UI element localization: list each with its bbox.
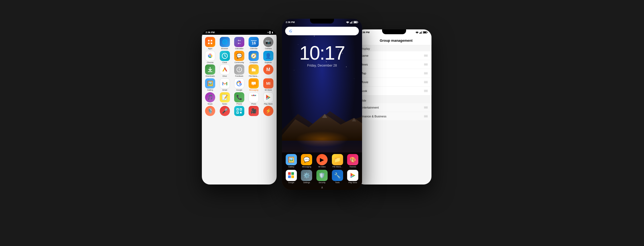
app-item-podcast[interactable]: 🎙️ — [203, 106, 217, 117]
dock-messaging[interactable]: 💬 Messaging — [300, 154, 314, 168]
entertainment-drag-handle[interactable] — [424, 106, 428, 109]
svg-rect-32 — [354, 22, 357, 23]
dock-themes[interactable]: 🎨 Themes — [345, 154, 360, 168]
app-item-mbadge[interactable]: M — [262, 64, 275, 77]
group-item-news[interactable]: News — [357, 60, 431, 69]
hide-section-label: Hide — [357, 97, 431, 103]
app-item-notes[interactable]: 📝 Notes — [218, 92, 231, 105]
svg-rect-27 — [350, 22, 351, 24]
svg-rect-43 — [422, 31, 422, 34]
dock-security[interactable]: 🛡️ Security — [315, 170, 329, 183]
app-item-music[interactable]: 🎵 Music — [203, 92, 217, 105]
dock-settings-label: Settings — [303, 182, 310, 183]
app-item-playstore[interactable]: Play Store — [262, 92, 275, 105]
app-item-downloads[interactable]: Downloads — [203, 64, 217, 77]
app-item-mistore[interactable]: MI Mi Store — [262, 78, 275, 91]
clock-label: Clock — [222, 62, 227, 64]
apps-label: Apps — [208, 48, 212, 50]
dock-messaging-label: Messaging — [302, 166, 311, 168]
dock-settings[interactable]: ⚙️ Settings — [300, 170, 314, 183]
chevron-up: ∧ — [282, 185, 362, 190]
book-drag-handle[interactable] — [424, 90, 428, 92]
notes-label: Notes — [222, 103, 227, 105]
dock-themes-icon: 🎨 — [347, 154, 358, 165]
app-item-phone[interactable]: 📞 Phone — [233, 92, 246, 105]
filemgr-label: File Mana... — [249, 75, 259, 77]
dock-google[interactable]: Google — [284, 170, 299, 183]
app-item-google[interactable]: Google — [233, 78, 246, 91]
community-label: Community — [234, 62, 244, 64]
mic-icon: 🎤 — [220, 106, 230, 116]
app-item-camera[interactable]: 📷 Camera — [262, 37, 275, 50]
app-item-mic[interactable]: 🎤 — [218, 106, 231, 117]
app-item-compass[interactable]: 🧭 Compass — [247, 51, 260, 64]
map-drag-handle[interactable] — [424, 72, 428, 75]
downloads-label: Downloads — [206, 75, 215, 77]
app-item-video[interactable]: 🎥 — [247, 106, 260, 117]
app-item-apps[interactable]: Apps — [203, 37, 217, 50]
dock-security-icon: 🛡️ — [316, 170, 328, 181]
dock-playstore[interactable]: Play Store — [345, 170, 360, 183]
calculator-icon: +÷×− — [234, 37, 244, 47]
svg-rect-0 — [208, 40, 210, 41]
finance-drag-handle[interactable] — [424, 115, 428, 118]
search-bar[interactable]: G — [285, 27, 359, 35]
game-drag-handle[interactable] — [424, 55, 428, 57]
app-item-explorer[interactable]: 👤 Explorer — [262, 51, 275, 64]
app-item-gallery[interactable]: 🖼️ Gallery — [203, 78, 217, 91]
google-icon — [234, 78, 244, 89]
dock-playstore-label: Play Store — [348, 182, 357, 183]
app-item-clock[interactable]: Clock — [218, 51, 231, 64]
dock-mivideo-label: Mi Video — [318, 166, 325, 168]
app-item-scanner[interactable] — [233, 106, 246, 117]
group-item-map[interactable]: Map — [357, 69, 431, 78]
group-item-game[interactable]: Game — [357, 51, 431, 60]
feedback-icon: ? — [234, 64, 244, 75]
app-item-drive[interactable]: Drive — [218, 64, 231, 77]
news-drag-handle[interactable] — [424, 63, 428, 66]
app-item-community[interactable]: 💬 Community — [233, 51, 246, 64]
app-item-photo[interactable]: Photo — [247, 92, 260, 105]
app-item-thunder[interactable]: ⚡ — [262, 106, 275, 117]
svg-rect-41 — [420, 32, 421, 34]
left-notch — [227, 29, 251, 34]
app-item-calendar[interactable]: ▬▬▬ 16 Calendar — [247, 37, 260, 50]
dock-settings-icon: ⚙️ — [301, 170, 312, 181]
gmail-icon — [220, 78, 230, 89]
camera-icon: 📷 — [263, 37, 273, 47]
app-item-messaging[interactable]: Messaging — [247, 78, 260, 91]
browser-icon: 🌐 — [220, 37, 230, 47]
app-item-gmail[interactable]: Gmail — [218, 78, 231, 91]
svg-rect-37 — [288, 175, 291, 178]
app-item-feedback[interactable]: ? Feedback — [233, 64, 246, 77]
group-management-header: ‹ Group management — [357, 35, 431, 45]
group-item-finance[interactable]: Finance & Business — [357, 112, 431, 121]
svg-rect-13 — [221, 80, 228, 87]
group-item-movie[interactable]: Movie — [357, 78, 431, 87]
center-notch — [310, 19, 334, 24]
dock-filemanager[interactable]: 📁 File Mana... — [330, 154, 345, 168]
app-item-chrome[interactable]: Chrome — [203, 51, 217, 64]
dock-tools[interactable]: 🔧 Tools — [330, 170, 345, 183]
feedback-label: Feedback — [235, 75, 244, 77]
dock-playstore-icon — [347, 170, 358, 181]
right-status-icons — [415, 31, 428, 34]
podcast-icon: 🎙️ — [205, 106, 215, 116]
group-item-entertainment[interactable]: Entertainment — [357, 103, 431, 112]
app-item-calculator[interactable]: +÷×− Calculator — [233, 37, 246, 50]
phone-label: Phone — [237, 103, 242, 105]
app-item-filemgr[interactable]: File Mana... — [247, 64, 260, 77]
dock-gallery[interactable]: 🖼️ Gallery — [284, 154, 299, 168]
dock-mivideo[interactable]: ▶ Mi Video — [315, 154, 329, 168]
music-icon: 🎵 — [205, 92, 215, 102]
gallery-icon: 🖼️ — [205, 78, 215, 89]
svg-text:G: G — [289, 29, 292, 33]
svg-rect-45 — [423, 32, 426, 33]
calendar-icon: ▬▬▬ 16 — [249, 37, 259, 47]
group-item-book[interactable]: Book — [357, 87, 431, 95]
movie-drag-handle[interactable] — [424, 81, 428, 83]
app-item-browser[interactable]: 🌐 Browser — [218, 37, 231, 50]
finance-label: Finance & Business — [360, 115, 386, 118]
wifi-icon: ▾ — [268, 31, 269, 34]
dock-google-label: Google — [288, 182, 294, 183]
